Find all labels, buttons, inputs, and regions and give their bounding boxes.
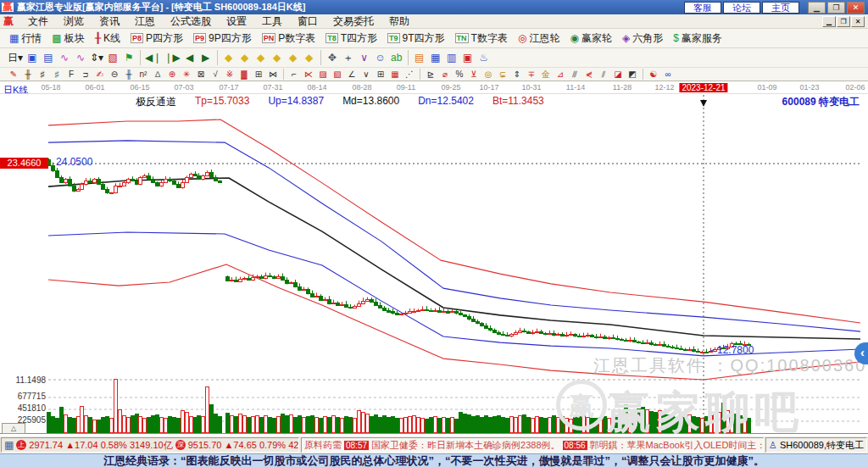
seg2-candle xyxy=(260,276,264,278)
seg2-candle xyxy=(311,293,314,297)
seg2-candle xyxy=(625,341,628,342)
seg1-volume-bar xyxy=(202,416,205,432)
seg2-volume-bar xyxy=(527,417,531,432)
seg2-candle xyxy=(400,314,403,315)
seg1-candle xyxy=(81,185,84,190)
seg2-volume-bar xyxy=(320,418,323,432)
seg2-volume-bar xyxy=(455,420,459,433)
seg2-candle xyxy=(693,349,696,351)
seg1-volume-bar xyxy=(64,415,68,433)
seg2-candle xyxy=(506,336,509,336)
seg1-volume-bar xyxy=(214,414,218,432)
seg2-candle xyxy=(281,276,285,280)
market-grid-icon[interactable]: ▦ xyxy=(4,439,14,451)
seg2-candle xyxy=(239,279,242,281)
ticker-news-item[interactable]: 郭明錤：苹果MacBook引入OLED时间主： xyxy=(590,439,765,452)
seg1-candle xyxy=(160,183,164,186)
shanghai-index-quote[interactable]: 2971.74 ▲17.04 0.58% 3149.10亿 xyxy=(29,439,172,452)
seg2-candle xyxy=(701,352,704,353)
seg2-volume-bar xyxy=(451,418,454,432)
ticker-headline[interactable]: 原料药需 xyxy=(304,439,342,452)
volume-label-2: 451810 xyxy=(2,403,46,413)
seg1-candle xyxy=(52,165,55,171)
seg2-candle xyxy=(464,315,467,317)
seg2-candle xyxy=(366,299,370,301)
seg2-candle xyxy=(243,278,247,279)
seg2-candle xyxy=(396,314,399,315)
seg1-candle xyxy=(210,173,214,178)
seg1-volume-bar xyxy=(119,409,122,432)
seg1-candle xyxy=(173,181,176,185)
seg2-candle xyxy=(548,334,552,335)
seg1-volume-bar xyxy=(110,419,114,432)
seg2-candle xyxy=(226,276,230,281)
seg1-volume-bar xyxy=(147,418,151,432)
seg2-volume-bar xyxy=(553,416,556,432)
seg1-candle xyxy=(69,180,72,186)
seg2-candle xyxy=(582,336,586,337)
seg2-candle xyxy=(362,301,365,303)
seg1-candle xyxy=(93,180,97,183)
seg1-volume-bar xyxy=(160,417,164,432)
seg2-candle xyxy=(392,312,395,314)
seg2-candle xyxy=(264,275,268,278)
seg1-volume-bar xyxy=(77,416,81,432)
seg2-candle xyxy=(608,338,611,339)
current-stock-panel[interactable]: ♙ SH600089,特变电工 xyxy=(765,437,867,453)
ref-price-label: 24.0500 xyxy=(56,156,92,168)
shenzhen-index-quote[interactable]: 9515.70 ▲74.65 0.79% 4286.79亿 xyxy=(188,439,299,452)
seg2-candle xyxy=(502,335,505,336)
seg2-volume-bar xyxy=(523,415,526,433)
current-stock-label: SH600089,特变电工 xyxy=(780,439,864,452)
seg2-candle xyxy=(341,304,344,305)
volume-label-1: 677715 xyxy=(2,392,46,401)
indicator-name: 极反通道 xyxy=(136,95,176,109)
seg1-candle xyxy=(139,178,142,185)
seg1-volume-bar xyxy=(210,405,214,432)
indicator-param: Dn=12.5402 xyxy=(418,95,474,109)
seg1-candle xyxy=(73,186,76,192)
seg2-volume-bar xyxy=(442,417,446,432)
seg2-volume-bar xyxy=(515,418,518,432)
seg2-candle xyxy=(680,348,683,349)
indicator-param: Bt=11.3453 xyxy=(492,95,544,109)
seg1-candle xyxy=(119,186,122,187)
seg1-volume-bar xyxy=(123,416,126,432)
seg1-candle xyxy=(131,180,135,181)
seg2-volume-bar xyxy=(375,415,378,433)
seg2-candle xyxy=(349,307,353,308)
seg1-candle xyxy=(106,190,109,193)
seg2-candle xyxy=(544,334,548,335)
seg2-volume-bar xyxy=(264,416,268,432)
seg2-candle xyxy=(307,289,310,293)
seg1-candle xyxy=(143,176,147,178)
seg2-volume-bar xyxy=(358,410,361,432)
news-ticker[interactable]: 原料药需08:57国家卫健委：昨日新增本土确诊病例2388例。08:56郭明錤：… xyxy=(301,437,764,453)
index-quotes-panel: ▦ 上 2971.74 ▲17.04 0.58% 3149.10亿 深 9515… xyxy=(1,437,299,453)
seg2-volume-bar xyxy=(489,418,492,432)
seg2-volume-bar xyxy=(366,414,370,432)
seg2-candle xyxy=(633,341,637,342)
seg2-volume-bar xyxy=(544,419,548,432)
seg2-volume-bar xyxy=(252,416,255,432)
seg1-candle xyxy=(194,175,198,176)
seg2-candle xyxy=(616,339,620,340)
seg1-candle xyxy=(190,175,193,178)
seg2-candle xyxy=(273,276,276,278)
ticker-news-item[interactable]: 国家卫健委：昨日新增本土确诊病例2388例。 xyxy=(371,439,559,452)
seg2-candle xyxy=(417,310,420,311)
seg1-volume-bar xyxy=(156,415,159,433)
seg1-volume-bar xyxy=(81,406,84,432)
seg2-candle xyxy=(519,331,522,333)
indicator-param: Up=14.8387 xyxy=(268,95,324,109)
seg2-candle xyxy=(527,332,531,334)
seg1-candle xyxy=(127,180,131,183)
seg2-candle xyxy=(574,335,577,336)
stock-code-label: 600089 特变电工 xyxy=(782,95,860,109)
seg1-candle xyxy=(206,173,209,176)
seg2-volume-bar xyxy=(548,417,552,432)
seg2-candle xyxy=(485,326,488,329)
seg2-candle xyxy=(426,309,429,310)
seg2-candle xyxy=(489,329,492,331)
volume-pane-toggle-button[interactable]: △ xyxy=(2,423,25,434)
